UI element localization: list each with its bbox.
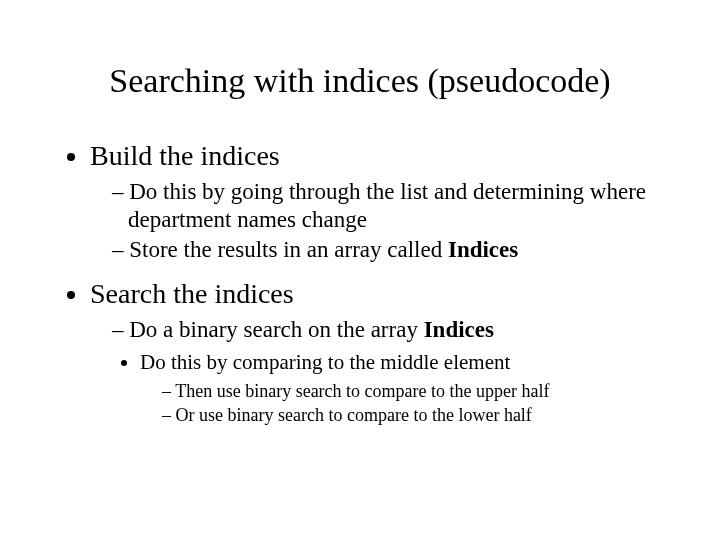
bold-term-indices: Indices [424,317,494,342]
sub-item: – Do this by going through the list and … [112,178,660,234]
bullet-build-indices: Build the indices – Do this by going thr… [90,140,660,264]
bullet-label: Build the indices [90,140,280,171]
sub-sub-label: Do this by comparing to the middle eleme… [140,350,510,374]
deep-item: – Then use binary search to compare to t… [162,381,660,403]
slide-title: Searching with indices (pseudocode) [60,62,660,100]
sub-item-text: – Do a binary search on the array [112,317,424,342]
sub-item: – Store the results in an array called I… [112,236,660,264]
sub-list: – Do this by going through the list and … [90,178,660,264]
bullet-search-indices: Search the indices – Do a binary search … [90,278,660,427]
deep-list: – Then use binary search to compare to t… [140,381,660,427]
deep-item: – Or use binary search to compare to the… [162,405,660,427]
slide: Searching with indices (pseudocode) Buil… [0,0,720,540]
bold-term-indices: Indices [448,237,518,262]
sub-list: – Do a binary search on the array Indice… [90,316,660,427]
bullet-list: Build the indices – Do this by going thr… [60,140,660,427]
sub-sub-item: Do this by comparing to the middle eleme… [140,350,660,427]
bullet-label: Search the indices [90,278,294,309]
sub-sub-list: Do this by comparing to the middle eleme… [112,350,660,427]
sub-item-text: – Store the results in an array called [112,237,448,262]
sub-item: – Do a binary search on the array Indice… [112,316,660,344]
